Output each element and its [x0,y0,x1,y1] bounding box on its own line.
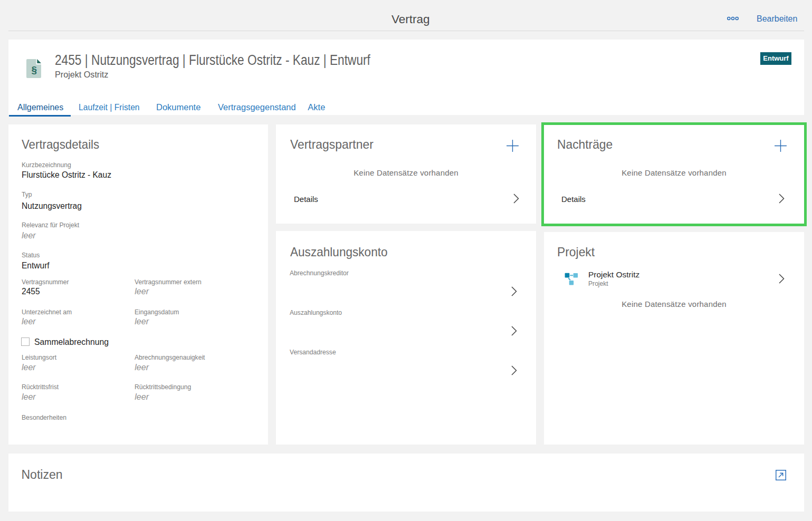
svg-text:§: § [32,64,37,75]
